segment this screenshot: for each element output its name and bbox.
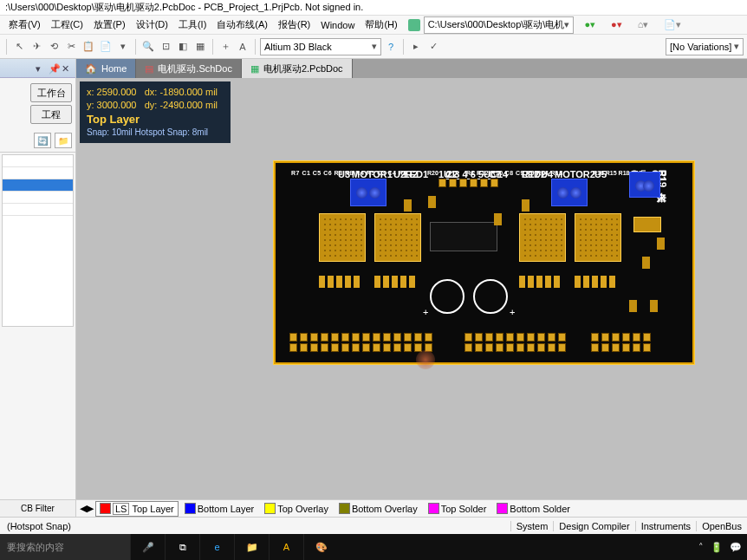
- layer-bottom-solder[interactable]: Bottom Solder: [492, 501, 575, 516]
- connector-motor2[interactable]: [551, 179, 588, 206]
- component-c7[interactable]: [473, 279, 508, 314]
- status-openbus[interactable]: OpenBus: [696, 521, 747, 531]
- path-combo[interactable]: C:\Users\000\Desktop\驱动\电机: [424, 16, 575, 34]
- tool-drop-icon[interactable]: ▾: [115, 39, 131, 55]
- tab-schdoc[interactable]: ▤电机驱动.SchDoc: [136, 59, 242, 78]
- tool-next-icon[interactable]: ▸: [408, 39, 424, 55]
- variations-combo[interactable]: [No Variations]: [666, 38, 744, 55]
- component-u3[interactable]: [319, 213, 366, 262]
- designator: R2: [406, 170, 418, 179]
- layer-bottom[interactable]: Bottom Layer: [180, 501, 258, 516]
- cursor-indicator: [416, 350, 435, 369]
- menu-design[interactable]: 设计(D): [131, 16, 173, 33]
- tool-help-icon[interactable]: ?: [383, 39, 399, 55]
- tool-area-icon[interactable]: ◧: [175, 39, 191, 55]
- tool-cut-icon[interactable]: ✂: [63, 39, 79, 55]
- menu-help[interactable]: 帮助(H): [360, 16, 402, 33]
- menu-window[interactable]: Window: [315, 18, 360, 32]
- dxp-icon[interactable]: [408, 19, 420, 31]
- pcb-icon: ▦: [250, 63, 259, 75]
- connector-motor1[interactable]: [350, 179, 386, 206]
- panel-dropdown-icon[interactable]: ▾: [36, 63, 46, 74]
- tool-rotate-icon[interactable]: ⟲: [46, 39, 62, 55]
- folder-icon[interactable]: 📁: [55, 133, 72, 148]
- tool-paste-icon[interactable]: 📄: [98, 39, 114, 55]
- panel-pin-icon[interactable]: 📌: [49, 63, 59, 74]
- tool-plus-icon[interactable]: ＋: [218, 39, 233, 55]
- tool-mark-icon[interactable]: ✓: [425, 39, 441, 55]
- tool-fly-icon[interactable]: ✈: [29, 39, 44, 55]
- component-c2[interactable]: [430, 279, 464, 314]
- pcb-filter-tab[interactable]: CB Filter: [0, 499, 75, 517]
- layer-tabs: ◀▶ LSTop Layer Bottom Layer Top Overlay …: [76, 499, 747, 517]
- taskview-icon[interactable]: ⧉: [165, 534, 199, 560]
- bottom-pads-left2[interactable]: [289, 343, 432, 352]
- connector-p1[interactable]: [629, 172, 660, 198]
- altium-icon[interactable]: A: [269, 534, 303, 560]
- designator: R20: [427, 170, 438, 176]
- layer-top-solder[interactable]: Top Solder: [424, 501, 491, 516]
- cortana-icon[interactable]: 🎤: [130, 534, 165, 560]
- tree-row-selected[interactable]: [3, 179, 73, 192]
- component-u2[interactable]: [374, 213, 421, 262]
- tool-fit-icon[interactable]: ⊡: [158, 39, 173, 55]
- menu-project[interactable]: 工程(C): [46, 16, 88, 33]
- panel-close-icon[interactable]: ✕: [62, 63, 72, 74]
- component-u5[interactable]: [575, 213, 621, 262]
- theme-combo[interactable]: Altium 3D Black: [260, 38, 381, 55]
- project-button[interactable]: 工程: [30, 105, 72, 124]
- smd-c14[interactable]: [494, 213, 502, 225]
- pcb-canvas[interactable]: x: 2590.000 dx: -1890.000 mil y: 3000.00…: [76, 78, 747, 499]
- smd-r11[interactable]: [522, 199, 529, 212]
- project-tree[interactable]: [2, 154, 74, 327]
- header-pads[interactable]: [438, 179, 498, 187]
- menu-place[interactable]: 放置(P): [88, 16, 131, 33]
- bottom-pads-mid[interactable]: [464, 333, 566, 342]
- component-u1[interactable]: [430, 222, 497, 251]
- layer-bottom-overlay[interactable]: Bottom Overlay: [335, 501, 422, 516]
- tab-pcbdoc-active[interactable]: ▦电机驱动2.PcbDoc: [242, 59, 353, 78]
- tool-zoom-icon[interactable]: 🔍: [140, 39, 156, 55]
- status-instruments[interactable]: Instruments: [635, 521, 696, 531]
- menu-tools[interactable]: 工具(I): [173, 16, 211, 33]
- smd-r2[interactable]: [404, 199, 412, 212]
- tree-row[interactable]: [3, 155, 73, 167]
- explorer-icon[interactable]: 📁: [234, 534, 269, 560]
- edge-icon[interactable]: e: [199, 534, 234, 560]
- tree-row[interactable]: [3, 167, 73, 179]
- bottom-pads-mid2[interactable]: [464, 343, 566, 352]
- tool-copy-icon[interactable]: 📋: [81, 39, 96, 55]
- layer-top[interactable]: LSTop Layer: [95, 501, 179, 517]
- windows-taskbar: 要搜索的内容 🎤 ⧉ e 📁 A 🎨 ˄ 🔋 💬: [0, 534, 747, 560]
- tree-row[interactable]: [3, 192, 73, 204]
- tab-home[interactable]: 🏠Home: [76, 59, 136, 78]
- heads-up-display: x: 2590.000 dx: -1890.000 mil y: 3000.00…: [80, 81, 231, 143]
- tool-grid-icon[interactable]: ▦: [192, 39, 208, 55]
- tree-row[interactable]: [3, 204, 73, 216]
- bottom-pads-left[interactable]: [289, 333, 432, 342]
- bottom-pads-right[interactable]: [591, 333, 651, 342]
- tool-text-icon[interactable]: A: [235, 39, 250, 55]
- menubar: 察看(V) 工程(C) 放置(P) 设计(D) 工具(I) 自动布线(A) 报告…: [0, 16, 747, 35]
- layer-top-overlay[interactable]: Top Overlay: [260, 501, 333, 516]
- menu-report[interactable]: 报告(R): [273, 16, 315, 33]
- status-design-compiler[interactable]: Design Compiler: [553, 521, 634, 531]
- component-right[interactable]: [633, 217, 661, 232]
- pcb-board[interactable]: MOTOR1 LED1 1 2 3 4 6 5U LED2 MOTOR2 R2 …: [274, 161, 694, 364]
- menu-autoroute[interactable]: 自动布线(A): [211, 16, 273, 33]
- tray-chevron-icon[interactable]: ˄: [698, 542, 704, 553]
- layer-arrows-icon[interactable]: ◀▶: [80, 503, 94, 514]
- bottom-pads-right2[interactable]: [591, 343, 651, 352]
- tray-battery-icon[interactable]: 🔋: [711, 542, 723, 553]
- refresh-icon[interactable]: 🔄: [34, 133, 51, 148]
- component-u4[interactable]: [519, 213, 566, 262]
- status-system[interactable]: System: [510, 521, 554, 531]
- workspace-button[interactable]: 工作台: [30, 83, 72, 102]
- paint-icon[interactable]: 🎨: [303, 534, 338, 560]
- status-snap: (Hotspot Snap): [0, 521, 78, 531]
- designator-row: R7 C1 C5 C6 R3 R8 R4 R5 C3 C4 R6: [291, 170, 407, 176]
- menu-view[interactable]: 察看(V): [3, 16, 46, 33]
- taskbar-search[interactable]: 要搜索的内容: [0, 534, 130, 560]
- tray-chat-icon[interactable]: 💬: [730, 542, 742, 553]
- tool-cursor-icon[interactable]: ↖: [11, 39, 27, 55]
